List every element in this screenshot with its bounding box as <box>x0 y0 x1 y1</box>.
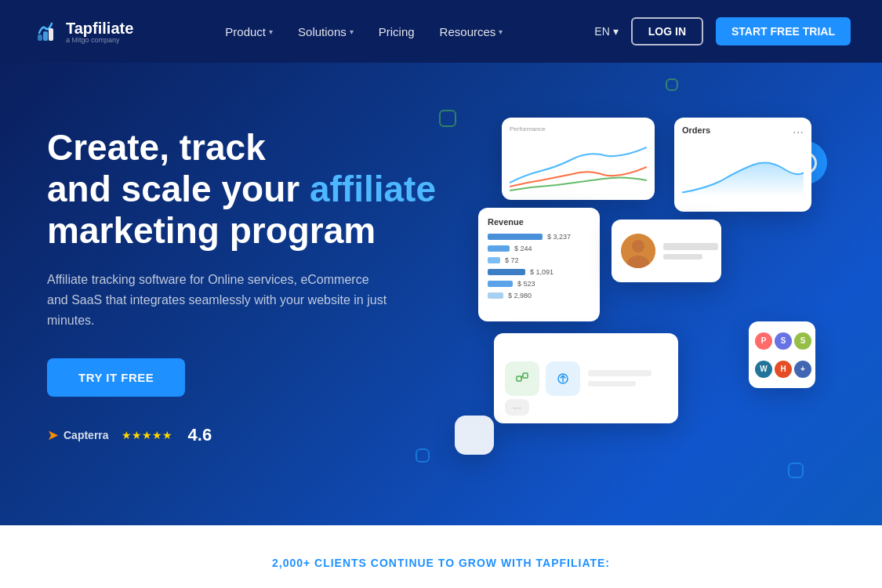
small-floating-card <box>455 416 494 455</box>
hero-left-content: Create, track and scale your affiliate m… <box>47 127 439 445</box>
integration-icon-paypal: P <box>755 332 772 350</box>
decoration-square <box>416 448 430 463</box>
nav-item-solutions[interactable]: Solutions ▾ <box>298 25 354 38</box>
chevron-icon: ▾ <box>269 27 273 36</box>
start-trial-button[interactable]: START FREE TRIAL <box>716 17 851 45</box>
tapfiliate-logo-icon <box>31 17 60 45</box>
language-selector[interactable]: EN ▾ <box>594 25 618 38</box>
svg-rect-6 <box>517 376 521 381</box>
chevron-icon: ▾ <box>350 27 354 36</box>
revenue-row-4: $ 1,091 <box>488 268 590 276</box>
decoration-square <box>666 78 678 91</box>
logo[interactable]: Tapfiliate a Mitgo company <box>31 17 133 45</box>
logo-sub: a Mitgo company <box>66 36 133 44</box>
svg-point-4 <box>632 240 644 252</box>
integration-icon-more: + <box>794 361 811 378</box>
integration-icon-wordpress: W <box>755 361 772 378</box>
integration-icon-stripe: S <box>775 332 792 350</box>
capterra-logo: ➤ Capterra <box>47 426 109 444</box>
affiliate-link-icon <box>505 361 539 396</box>
decoration-square <box>788 463 804 478</box>
logo-text: Tapfiliate <box>66 20 133 37</box>
capterra-icon: ➤ <box>47 426 59 444</box>
capterra-rating-row: ➤ Capterra ★★★★★ 4.6 <box>47 425 439 445</box>
revenue-row-3: $ 72 <box>488 256 590 264</box>
svg-rect-0 <box>38 34 42 41</box>
revenue-card: Revenue $ 3,237 $ 244 $ 72 <box>478 208 600 321</box>
nav-center: Product ▾ Solutions ▾ Pricing Resources … <box>225 25 503 38</box>
integration-icon-shopify: S <box>794 332 811 350</box>
hero-headline: Create, track and scale your affiliate m… <box>47 127 439 252</box>
svg-rect-1 <box>43 31 48 41</box>
profile-info-lines <box>663 243 718 260</box>
svg-rect-7 <box>523 373 528 378</box>
nav-item-resources[interactable]: Resources ▾ <box>440 25 503 38</box>
revenue-row-2: $ 244 <box>488 245 590 252</box>
orders-area-chart <box>682 140 804 198</box>
login-button[interactable]: LOG IN <box>631 17 703 45</box>
navbar: Tapfiliate a Mitgo company Product ▾ Sol… <box>0 0 882 63</box>
chevron-icon: ▾ <box>499 27 503 36</box>
more-options-dots[interactable]: ··· <box>505 399 529 416</box>
orders-card-title: Orders <box>682 125 710 135</box>
capterra-stars: ★★★★★ <box>122 429 172 441</box>
avatar <box>621 234 655 268</box>
profile-card <box>612 220 721 282</box>
clients-label: 2,000+ CLIENTS CONTINUE TO GROW WITH TAP… <box>47 557 835 569</box>
svg-rect-2 <box>49 28 53 41</box>
capterra-name: Capterra <box>64 429 109 441</box>
page-wrapper: Tapfiliate a Mitgo company Product ▾ Sol… <box>0 0 882 588</box>
line-chart-card: Performance <box>502 118 655 200</box>
line-chart-svg <box>510 136 647 198</box>
revenue-card-title: Revenue <box>488 217 590 227</box>
revenue-rows: $ 3,237 $ 244 $ 72 $ 1,091 <box>488 233 590 299</box>
revenue-row-6: $ 2,980 <box>488 292 590 299</box>
integration-icon-html: H <box>775 361 792 378</box>
bottom-section: 2,000+ CLIENTS CONTINUE TO GROW WITH TAP… <box>0 525 882 585</box>
avatar-image <box>621 234 655 268</box>
integrations-card: P S S W H + <box>749 321 815 388</box>
try-it-free-button[interactable]: TRY IT FREE <box>47 358 185 397</box>
hero-dashboard: Performance Orders ⋯ <box>439 110 835 463</box>
chevron-icon: ▾ <box>613 25 619 38</box>
hero-section: Create, track and scale your affiliate m… <box>0 63 882 525</box>
orders-menu-icon: ⋯ <box>793 126 804 139</box>
orders-card: Orders ⋯ <box>674 118 811 212</box>
share-icon <box>546 361 580 396</box>
revenue-row-5: $ 523 <box>488 280 590 288</box>
hero-subtext: Affiliate tracking software for Online s… <box>47 270 392 330</box>
capterra-score: 4.6 <box>188 425 212 445</box>
action-cards: ··· <box>494 333 678 423</box>
nav-right: EN ▾ LOG IN START FREE TRIAL <box>594 17 851 45</box>
nav-item-product[interactable]: Product ▾ <box>225 25 273 38</box>
nav-item-pricing[interactable]: Pricing <box>379 25 415 38</box>
revenue-row-1: $ 3,237 <box>488 233 590 241</box>
